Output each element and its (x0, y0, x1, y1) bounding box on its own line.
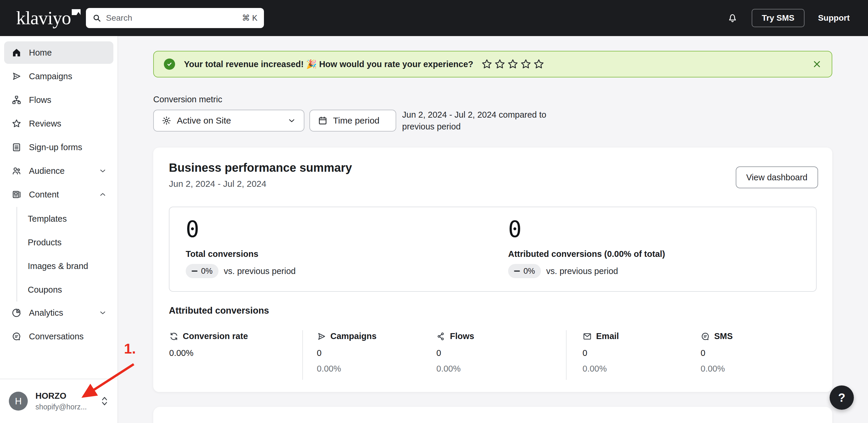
card-date-range: Jun 2, 2024 - Jul 2, 2024 (169, 179, 266, 189)
check-circle-icon (164, 59, 175, 70)
sub-item-label: Coupons (28, 285, 62, 295)
sidebar-item-content[interactable]: Content (4, 183, 113, 206)
metric-campaigns: Campaigns 0 0.00% (317, 331, 376, 374)
metric-flows: Flows 0 0.00% (436, 331, 474, 374)
change-badge: 0% (508, 264, 541, 278)
time-period-label: Time period (333, 116, 379, 125)
sidebar-item-label: Sign-up forms (29, 142, 82, 152)
sidebar-item-coupons[interactable]: Coupons (28, 278, 113, 302)
change-value: 0% (523, 266, 535, 276)
star-icon (11, 118, 22, 129)
content-icon (11, 190, 22, 200)
sidebar-item-label: Content (29, 190, 59, 200)
flows-icon (11, 95, 22, 105)
avatar: H (9, 392, 28, 411)
analytics-icon (11, 308, 22, 318)
rating-stars[interactable] (481, 58, 545, 70)
no-change-dash-icon (514, 271, 520, 272)
sidebar-item-signup-forms[interactable]: Sign-up forms (4, 136, 113, 159)
total-conversions-value: 0 (186, 216, 199, 243)
sidebar-item-label: Analytics (29, 308, 63, 318)
metric-label: Email (596, 331, 619, 341)
sub-item-label: Templates (28, 214, 67, 224)
success-banner: Your total revenue increased! 🎉 How woul… (153, 51, 832, 78)
search-box[interactable]: ⌘ K (86, 8, 264, 28)
gear-icon (161, 116, 172, 125)
attributed-conversions-value: 0 (508, 216, 522, 243)
chevron-down-icon (99, 167, 107, 175)
metrics-divider (302, 330, 303, 380)
sidebar-item-label: Flows (29, 95, 51, 105)
metric-percent: 0.00% (701, 364, 733, 374)
metric-value: 0 (317, 348, 376, 358)
sidebar-item-home[interactable]: Home (4, 41, 113, 64)
conversion-metric-label: Conversion metric (153, 94, 222, 104)
metric-label: Campaigns (330, 331, 376, 341)
attributed-conversions-label: Attributed conversions (0.00% of total) (508, 249, 665, 259)
sidebar-item-products[interactable]: Products (28, 231, 113, 254)
sidebar-item-conversations[interactable]: Conversations (4, 325, 113, 348)
chevron-down-icon (99, 309, 107, 317)
campaigns-icon (11, 71, 22, 81)
sidebar-item-flows[interactable]: Flows (4, 89, 113, 111)
calendar-icon (318, 116, 328, 125)
sidebar-item-reviews[interactable]: Reviews (4, 112, 113, 135)
sms-icon (701, 332, 710, 341)
metric-label: SMS (714, 331, 733, 341)
annotation-arrow (74, 360, 139, 404)
sidebar-item-audience[interactable]: Audience (4, 160, 113, 182)
time-period-button[interactable]: Time period (309, 110, 396, 132)
metric-percent: 0.00% (317, 364, 376, 374)
top-bar: klaviyo ⌘ K Try SMS Support (0, 0, 868, 36)
compare-text: vs. previous period (546, 266, 618, 276)
card-title: Business performance summary (169, 161, 352, 174)
sidebar-item-label: Campaigns (29, 72, 72, 81)
star-icon (533, 58, 545, 70)
sub-item-label: Products (28, 238, 61, 247)
sub-item-label: Images & brand (28, 261, 88, 271)
sidebar-item-analytics[interactable]: Analytics (4, 302, 113, 324)
conversations-icon (11, 331, 22, 341)
bell-icon[interactable] (727, 12, 738, 24)
metric-conversion-rate: Conversion rate 0.00% (169, 331, 248, 358)
metric-email: Email 0 0.00% (583, 331, 619, 374)
search-shortcut: ⌘ K (242, 13, 257, 23)
try-sms-button[interactable]: Try SMS (752, 9, 804, 27)
sidebar-item-images-brand[interactable]: Images & brand (28, 254, 113, 278)
date-range-text: Jun 2, 2024 - Jul 2, 2024 compared to pr… (402, 109, 562, 133)
email-icon (583, 332, 592, 341)
metrics-divider (566, 330, 566, 380)
klaviyo-flag-icon (72, 9, 81, 15)
sidebar-item-campaigns[interactable]: Campaigns (4, 65, 113, 87)
chevron-down-icon (287, 116, 296, 125)
metric-sms: SMS 0 0.00% (701, 331, 733, 374)
help-button[interactable]: ? (830, 386, 854, 410)
sidebar-item-label: Home (29, 48, 52, 58)
banner-message: Your total revenue increased! 🎉 How woul… (184, 59, 473, 69)
search-icon (92, 13, 101, 23)
support-link[interactable]: Support (818, 13, 850, 23)
refresh-icon (169, 332, 179, 341)
star-icon (494, 58, 506, 70)
change-value: 0% (201, 266, 213, 276)
campaigns-icon (317, 332, 326, 341)
signup-forms-icon (11, 142, 22, 152)
annotation-step-number: 1. (124, 341, 136, 357)
metric-label: Conversion rate (183, 331, 248, 341)
metric-percent: 0.00% (436, 364, 474, 374)
metric-percent: 0.00% (583, 364, 619, 374)
content-submenu: Templates Products Images & brand Coupon… (17, 207, 113, 302)
klaviyo-wordmark: klaviyo (16, 8, 71, 27)
search-input[interactable] (106, 13, 242, 23)
conversion-metric-dropdown[interactable]: Active on Site (153, 110, 304, 132)
view-dashboard-button[interactable]: View dashboard (736, 166, 818, 188)
close-icon[interactable] (812, 59, 822, 69)
flows-icon (436, 332, 446, 341)
metric-label: Flows (450, 331, 474, 341)
sidebar-item-label: Reviews (29, 119, 61, 129)
total-conversions-label: Total conversions (186, 249, 258, 259)
change-badge: 0% (186, 264, 218, 278)
klaviyo-logo[interactable]: klaviyo (16, 8, 81, 27)
chevron-up-icon (99, 190, 107, 199)
sidebar-item-templates[interactable]: Templates (28, 207, 113, 231)
